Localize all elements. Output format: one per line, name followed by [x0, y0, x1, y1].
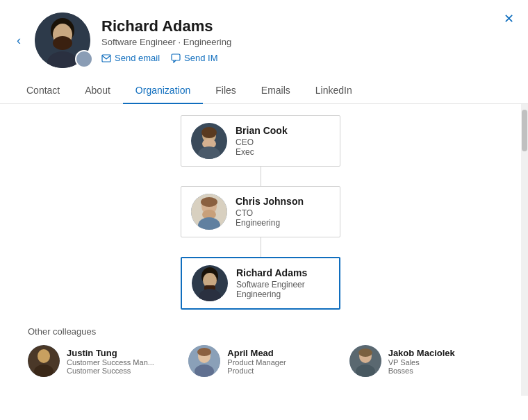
svg-point-17 — [201, 197, 217, 207]
send-im-button[interactable]: Send IM — [171, 53, 217, 63]
profile-name: Richard Adams — [101, 17, 231, 35]
svg-point-33 — [358, 348, 372, 357]
connector-2 — [261, 237, 261, 257]
colleague-avatar-april — [188, 345, 220, 377]
svg-rect-6 — [102, 55, 110, 62]
tab-about[interactable]: About — [72, 78, 123, 104]
svg-rect-5 — [56, 40, 69, 47]
colleague-avatar-jakob — [349, 345, 381, 377]
org-node-info-richard: Richard Adams Software Engineer Engineer… — [236, 267, 307, 299]
colleague-name-april: April Mead — [227, 348, 286, 358]
org-dept-chris: Engineering — [236, 218, 304, 228]
back-button[interactable]: ‹ — [14, 31, 24, 51]
org-name-brian: Brian Cook — [236, 125, 288, 136]
im-icon — [171, 53, 181, 63]
org-node-richard[interactable]: Richard Adams Software Engineer Engineer… — [181, 257, 340, 310]
scrollbar-thumb[interactable] — [522, 110, 527, 151]
colleague-info-justin: Justin Tung Customer Success Man... Cust… — [67, 348, 154, 375]
org-node-chris[interactable]: Chris Johnson CTO Engineering — [181, 186, 340, 237]
org-chart: Brian Cook CEO Exec — [14, 104, 507, 310]
colleague-dept-justin: Customer Success — [67, 367, 154, 375]
org-avatar-chris — [191, 194, 227, 230]
org-name-chris: Chris Johnson — [236, 196, 304, 207]
org-role-chris: CTO — [236, 208, 304, 218]
tab-emails[interactable]: Emails — [249, 78, 303, 104]
colleague-item-jakob[interactable]: Jakob Maciolek VP Sales Bosses — [349, 345, 493, 377]
send-email-button[interactable]: Send email — [101, 53, 160, 63]
header: ‹ Richard Adams Software Engineer · Engi… — [0, 0, 528, 75]
profile-avatar-container — [35, 12, 90, 68]
org-node-info-brian: Brian Cook CEO Exec — [236, 125, 288, 157]
colleague-avatar-justin — [28, 345, 60, 377]
tab-linkedin[interactable]: LinkedIn — [303, 78, 365, 104]
org-area: Brian Cook CEO Exec — [0, 104, 521, 396]
colleague-item-april[interactable]: April Mead Product Manager Product — [188, 345, 332, 377]
org-dept-richard: Engineering — [236, 289, 307, 299]
svg-point-29 — [197, 348, 211, 356]
colleagues-list: Justin Tung Customer Success Man... Cust… — [28, 345, 493, 377]
close-button[interactable]: ✕ — [504, 12, 514, 25]
profile-subtitle: Software Engineer · Engineering — [101, 37, 231, 47]
colleague-name-justin: Justin Tung — [67, 348, 154, 358]
colleague-dept-april: Product — [227, 367, 286, 375]
scrollbar-track[interactable] — [521, 104, 528, 396]
tab-contact[interactable]: Contact — [14, 78, 72, 104]
svg-point-12 — [201, 127, 217, 138]
org-role-brian: CEO — [236, 137, 288, 147]
content-area: Brian Cook CEO Exec — [0, 104, 528, 396]
org-node-brian[interactable]: Brian Cook CEO Exec — [181, 115, 340, 167]
colleagues-section: Other colleagues Justin Tung Customer Su… — [14, 326, 507, 388]
colleague-role-april: Product Manager — [227, 358, 286, 367]
profile-info: Richard Adams Software Engineer · Engine… — [101, 17, 231, 63]
connector-1 — [261, 167, 261, 186]
org-dept-brian: Exec — [236, 147, 288, 157]
colleague-info-april: April Mead Product Manager Product — [227, 348, 286, 375]
org-role-richard: Software Engineer — [236, 280, 307, 289]
profile-avatar-small — [75, 50, 93, 68]
email-icon — [101, 53, 111, 63]
org-avatar-brian — [191, 123, 227, 159]
svg-point-24 — [38, 349, 50, 363]
colleague-item-justin[interactable]: Justin Tung Customer Success Man... Cust… — [28, 345, 172, 377]
profile-actions: Send email Send IM — [101, 53, 231, 63]
colleague-role-jakob: VP Sales — [388, 358, 455, 367]
colleague-role-justin: Customer Success Man... — [67, 358, 154, 367]
colleague-dept-jakob: Bosses — [388, 367, 455, 375]
tab-files[interactable]: Files — [203, 78, 249, 104]
org-avatar-richard — [192, 265, 228, 301]
colleague-info-jakob: Jakob Maciolek VP Sales Bosses — [388, 348, 455, 375]
tab-bar: Contact About Organization Files Emails … — [0, 78, 528, 104]
tab-organization[interactable]: Organization — [123, 78, 203, 104]
org-node-info-chris: Chris Johnson CTO Engineering — [236, 196, 304, 228]
org-name-richard: Richard Adams — [236, 267, 307, 278]
svg-rect-7 — [172, 54, 180, 60]
colleague-name-jakob: Jakob Maciolek — [388, 348, 455, 358]
colleagues-title: Other colleagues — [28, 326, 493, 337]
